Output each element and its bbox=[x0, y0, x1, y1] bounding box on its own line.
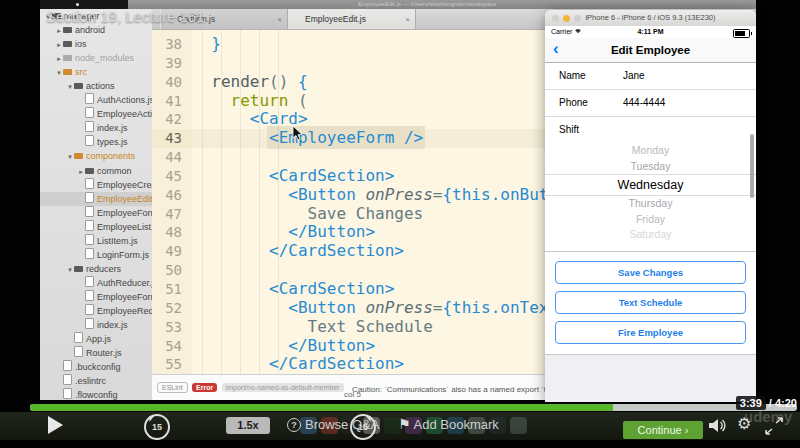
code-token: { bbox=[298, 72, 308, 91]
tab-label: EmployeeEdit.js bbox=[305, 14, 366, 24]
tree-item[interactable]: ▾components bbox=[40, 149, 152, 163]
line-number: 44 bbox=[152, 148, 192, 167]
ios-simulator-window: iPhone 6 - iPhone 6 / iOS 9.3 (13E230) C… bbox=[545, 10, 756, 402]
folder-icon bbox=[74, 153, 83, 159]
code-token: <CardSection> bbox=[192, 279, 394, 298]
file-icon bbox=[85, 276, 94, 287]
folder-icon bbox=[63, 55, 72, 61]
tree-item[interactable]: LoginForm.js bbox=[40, 248, 152, 262]
tree-item[interactable]: ▾src bbox=[40, 65, 152, 79]
tree-item[interactable]: .buckconfig bbox=[40, 360, 152, 374]
add-bookmark-label: Add Bookmark bbox=[414, 417, 499, 432]
browse-qa-button[interactable]: ? Browse Q&A bbox=[287, 417, 379, 432]
continue-button[interactable]: Continue › bbox=[623, 421, 703, 439]
tree-item[interactable]: index.js bbox=[40, 318, 152, 332]
line-number: 42 bbox=[152, 110, 192, 129]
tree-item-label: Router.js bbox=[86, 348, 122, 358]
tree-item[interactable]: ▸common bbox=[40, 164, 152, 178]
text-schedule-button[interactable]: Text Schedule bbox=[555, 291, 746, 314]
picker-option[interactable]: Saturday bbox=[545, 227, 756, 243]
shift-picker[interactable]: MondayTuesdayWednesdayThursdayFridaySatu… bbox=[545, 143, 756, 252]
picker-option[interactable]: Friday bbox=[545, 212, 756, 228]
tree-item[interactable]: ▾actions bbox=[40, 79, 152, 93]
video-progress-bar[interactable] bbox=[30, 404, 797, 411]
file-icon bbox=[85, 290, 94, 301]
scrollbar[interactable] bbox=[750, 134, 754, 198]
tree-item[interactable]: EmployeeReducer.js bbox=[40, 304, 152, 318]
tree-item-label: EmployeeEdit.js bbox=[97, 194, 152, 204]
tree-item[interactable]: .flowconfig bbox=[40, 388, 152, 400]
code-token bbox=[192, 128, 269, 147]
tree-item[interactable]: App.js bbox=[40, 332, 152, 346]
tree-item-label: .flowconfig bbox=[75, 390, 118, 400]
tree-item-label: EmployeeActions.js bbox=[97, 109, 152, 119]
video-player-controls: 15 1.5x 15 ? Browse Q&A ⚑ Add Bookmark C… bbox=[0, 400, 800, 448]
tree-item[interactable]: ListItem.js bbox=[40, 234, 152, 248]
folder-icon bbox=[63, 27, 72, 33]
line-number: 53 bbox=[152, 318, 192, 337]
tree-item-label: EmployeeList.js bbox=[97, 222, 152, 232]
tree-item-label: AuthReducer.js bbox=[97, 278, 152, 288]
file-icon bbox=[74, 346, 83, 357]
tree-item[interactable]: ▾reducers bbox=[40, 262, 152, 276]
progress-fill bbox=[30, 404, 613, 411]
picker-option[interactable]: Thursday bbox=[545, 196, 756, 212]
browse-qa-label: Browse Q&A bbox=[305, 417, 379, 432]
volume-icon[interactable] bbox=[708, 418, 728, 433]
code-token: onPress bbox=[365, 298, 432, 317]
tree-item[interactable]: EmployeeCreate.js bbox=[40, 178, 152, 192]
picker-option[interactable]: Tuesday bbox=[545, 159, 756, 175]
tree-item-label: ios bbox=[75, 39, 87, 49]
editor-tab[interactable]: EmployeeEdit.js× bbox=[288, 9, 416, 29]
close-icon[interactable]: × bbox=[277, 9, 282, 30]
tree-item-label: actions bbox=[86, 81, 115, 91]
line-number: 47 bbox=[152, 205, 192, 224]
tree-item-label: index.js bbox=[97, 123, 128, 133]
field-value[interactable]: 444-4444 bbox=[623, 97, 665, 108]
tree-item[interactable]: .eslintrc bbox=[40, 374, 152, 388]
tree-item[interactable]: AuthReducer.js bbox=[40, 276, 152, 290]
tree-item[interactable]: ▸android bbox=[40, 23, 152, 37]
code-token: </Button> bbox=[192, 336, 375, 355]
tree-item[interactable]: EmployeeForm.js bbox=[40, 206, 152, 220]
tree-item[interactable]: AuthActions.js bbox=[40, 93, 152, 107]
tree-item[interactable]: index.js bbox=[40, 121, 152, 135]
add-bookmark-button[interactable]: ⚑ Add Bookmark bbox=[398, 416, 499, 432]
chevron-down-icon: ▾ bbox=[55, 66, 63, 79]
picker-option[interactable]: Wednesday bbox=[545, 174, 756, 196]
minimize-traffic-light[interactable] bbox=[563, 15, 570, 22]
tree-item[interactable]: types.js bbox=[40, 135, 152, 149]
rewind-15-button[interactable]: 15 bbox=[144, 414, 170, 440]
indent-guide bbox=[202, 30, 203, 374]
file-tree[interactable]: ▾manager▸android▸ios▸node_modules▾src▾ac… bbox=[40, 9, 152, 400]
field-value[interactable]: Jane bbox=[623, 70, 645, 81]
indent-guide bbox=[259, 30, 260, 374]
tree-item[interactable]: EmployeeActions.js bbox=[40, 107, 152, 121]
tree-item[interactable]: ▸ios bbox=[40, 37, 152, 51]
line-number: 48 bbox=[152, 223, 192, 242]
tree-item[interactable]: Router.js bbox=[40, 346, 152, 360]
playback-speed-button[interactable]: 1.5x bbox=[226, 417, 270, 434]
tree-item[interactable]: EmployeeEdit.js bbox=[40, 192, 152, 206]
battery-icon bbox=[733, 29, 750, 38]
play-button[interactable] bbox=[48, 416, 63, 434]
screen-background bbox=[545, 355, 756, 402]
fire-employee-button[interactable]: Fire Employee bbox=[555, 321, 746, 344]
ios-status-bar: Carrier 4:11 PM bbox=[545, 26, 756, 38]
bookmark-icon: ⚑ bbox=[398, 416, 411, 432]
form-row[interactable]: NameJane bbox=[545, 63, 756, 90]
tree-item[interactable]: EmployeeFormReducer.js bbox=[40, 290, 152, 304]
form-row[interactable]: Phone444-4444 bbox=[545, 90, 756, 117]
picker-option[interactable]: Monday bbox=[545, 143, 756, 159]
back-chevron-button[interactable]: ‹ bbox=[553, 39, 559, 59]
tree-item[interactable]: EmployeeList.js bbox=[40, 220, 152, 234]
save-changes-button[interactable]: Save Changes bbox=[555, 261, 746, 284]
form-row[interactable]: Shift bbox=[545, 117, 756, 143]
simulator-title-bar[interactable]: iPhone 6 - iPhone 6 / iOS 9.3 (13E230) bbox=[545, 10, 756, 27]
code-token: Text Schedule bbox=[192, 317, 433, 336]
close-icon[interactable]: × bbox=[405, 9, 410, 30]
tree-item-label: components bbox=[86, 151, 135, 161]
zoom-traffic-light[interactable] bbox=[574, 15, 581, 22]
close-traffic-light[interactable] bbox=[552, 15, 559, 22]
tree-item[interactable]: ▸node_modules bbox=[40, 51, 152, 65]
